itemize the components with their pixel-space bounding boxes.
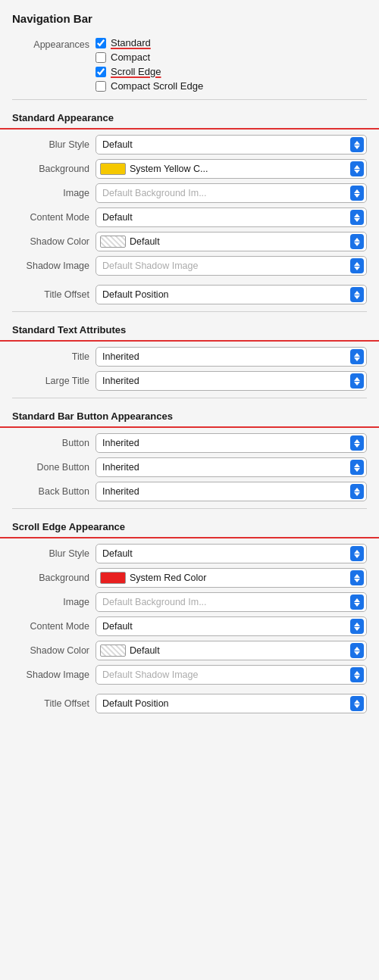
content-mode-se-select-wrapper: Default xyxy=(96,616,367,636)
title-label: Title xyxy=(12,351,96,362)
large-title-select[interactable]: Inherited xyxy=(96,371,367,391)
large-title-select-wrapper: Inherited xyxy=(96,371,367,391)
compact-checkbox[interactable] xyxy=(96,52,106,63)
blur-style-select-wrapper: Default xyxy=(96,135,367,154)
compact-scroll-edge-checkbox-row: Compact Scroll Edge xyxy=(96,80,367,92)
back-button-row: Back Button Inherited xyxy=(0,479,379,504)
content-mode-std-select[interactable]: Default xyxy=(96,208,367,227)
blur-style-se-row: Blur Style Default xyxy=(0,541,379,566)
scroll-edge-checkbox-row: Scroll Edge xyxy=(96,65,367,78)
shadow-color-std-select-wrapper: Default xyxy=(96,232,367,251)
compact-checkbox-label: Compact xyxy=(111,51,150,63)
shadow-color-se-row: Shadow Color Default xyxy=(0,638,379,663)
large-title-label: Large Title xyxy=(12,376,96,386)
image-std-label: Image xyxy=(12,188,96,198)
large-title-row: Large Title Inherited xyxy=(0,369,379,393)
background-std-row: Background System Yellow C... xyxy=(0,157,379,181)
title-row: Title Inherited xyxy=(0,345,379,369)
image-se-label: Image xyxy=(12,597,96,607)
shadow-image-std-row: Shadow Image Default Shadow Image xyxy=(0,254,379,278)
background-se-select[interactable]: System Red Color xyxy=(96,568,367,588)
blur-style-row: Blur Style Default xyxy=(0,133,379,157)
background-std-select[interactable]: System Yellow C... xyxy=(96,159,367,179)
large-title-content: Inherited xyxy=(96,371,367,391)
shadow-image-se-select[interactable]: Default Shadow Image xyxy=(96,665,367,685)
blur-style-content: Default xyxy=(96,135,367,154)
back-button-select-wrapper: Inherited xyxy=(96,482,367,501)
scroll-edge-appearance-title: Scroll Edge Appearance xyxy=(12,521,125,532)
title-offset-std-content: Default Position xyxy=(96,285,367,304)
title-offset-se-select[interactable]: Default Position xyxy=(96,694,367,713)
appearances-checkboxes: Standard Compact Scroll Edge Compact Scr… xyxy=(96,36,367,92)
background-se-label: Background xyxy=(12,573,96,583)
scroll-edge-appearance-header: Scroll Edge Appearance xyxy=(0,513,379,538)
panel-title: Navigation Bar xyxy=(0,12,379,34)
title-select[interactable]: Inherited xyxy=(96,347,367,367)
background-std-select-wrapper: System Yellow C... xyxy=(96,159,367,179)
button-select-wrapper: Inherited xyxy=(96,433,367,453)
image-std-select-wrapper: Default Background Im... xyxy=(96,183,367,203)
navigation-bar-panel: Navigation Bar Appearances Standard Comp… xyxy=(0,0,379,980)
blur-style-se-content: Default xyxy=(96,544,367,563)
divider-2 xyxy=(12,311,367,312)
standard-appearance-header: Standard Appearance xyxy=(0,105,379,130)
title-offset-se-row: Title Offset Default Position xyxy=(0,691,379,716)
shadow-image-std-select[interactable]: Default Shadow Image xyxy=(96,256,367,276)
blur-style-se-select[interactable]: Default xyxy=(96,544,367,563)
background-se-content: System Red Color xyxy=(96,568,367,588)
appearances-label: Appearances xyxy=(12,36,96,50)
done-button-label: Done Button xyxy=(12,462,96,473)
scroll-edge-checkbox-label: Scroll Edge xyxy=(111,66,161,77)
content-mode-std-row: Content Mode Default xyxy=(0,205,379,229)
compact-scroll-edge-checkbox-label: Compact Scroll Edge xyxy=(111,80,203,92)
shadow-color-se-select[interactable]: Default xyxy=(96,641,367,660)
appearances-row: Appearances Standard Compact Scroll Edge… xyxy=(0,34,379,95)
title-offset-std-select-wrapper: Default Position xyxy=(96,285,367,304)
standard-appearance-title: Standard Appearance xyxy=(12,112,114,123)
shadow-image-se-row: Shadow Image Default Shadow Image xyxy=(0,663,379,687)
image-se-select[interactable]: Default Background Im... xyxy=(96,592,367,612)
shadow-color-std-row: Shadow Color Default xyxy=(0,229,379,254)
button-label: Button xyxy=(12,438,96,448)
divider-1 xyxy=(12,99,367,100)
done-button-content: Inherited xyxy=(96,457,367,477)
shadow-color-std-select[interactable]: Default xyxy=(96,232,367,251)
content-mode-se-select[interactable]: Default xyxy=(96,616,367,636)
title-offset-std-row: Title Offset Default Position xyxy=(0,282,379,307)
done-button-select[interactable]: Inherited xyxy=(96,457,367,477)
scroll-edge-checkbox[interactable] xyxy=(96,67,106,77)
image-se-select-wrapper: Default Background Im... xyxy=(96,592,367,612)
content-mode-std-content: Default xyxy=(96,208,367,227)
blur-style-se-select-wrapper: Default xyxy=(96,544,367,563)
done-button-select-wrapper: Inherited xyxy=(96,457,367,477)
blur-style-label: Blur Style xyxy=(12,139,96,150)
image-std-row: Image Default Background Im... xyxy=(0,181,379,205)
shadow-color-std-content: Default xyxy=(96,232,367,251)
shadow-image-std-content: Default Shadow Image xyxy=(96,256,367,276)
button-row: Button Inherited xyxy=(0,431,379,455)
shadow-image-std-select-wrapper: Default Shadow Image xyxy=(96,256,367,276)
title-offset-se-label: Title Offset xyxy=(12,698,96,709)
standard-checkbox-row: Standard xyxy=(96,36,367,49)
done-button-row: Done Button Inherited xyxy=(0,455,379,479)
title-offset-std-label: Title Offset xyxy=(12,289,96,300)
image-std-select[interactable]: Default Background Im... xyxy=(96,183,367,203)
std-bar-button-header: Standard Bar Button Appearances xyxy=(0,403,379,428)
shadow-color-se-select-wrapper: Default xyxy=(96,641,367,660)
standard-checkbox-label: Standard xyxy=(111,37,151,48)
divider-3 xyxy=(12,398,367,398)
content-mode-std-select-wrapper: Default xyxy=(96,208,367,227)
blur-style-select[interactable]: Default xyxy=(96,135,367,154)
background-se-row: Background System Red Color xyxy=(0,566,379,590)
content-mode-se-row: Content Mode Default xyxy=(0,614,379,638)
standard-checkbox[interactable] xyxy=(96,38,106,48)
button-select[interactable]: Inherited xyxy=(96,433,367,453)
compact-scroll-edge-checkbox[interactable] xyxy=(96,81,106,92)
title-content: Inherited xyxy=(96,347,367,367)
image-se-content: Default Background Im... xyxy=(96,592,367,612)
title-offset-std-select[interactable]: Default Position xyxy=(96,285,367,304)
shadow-image-std-label: Shadow Image xyxy=(12,261,96,271)
image-std-content: Default Background Im... xyxy=(96,183,367,203)
back-button-select[interactable]: Inherited xyxy=(96,482,367,501)
blur-style-se-label: Blur Style xyxy=(12,548,96,559)
